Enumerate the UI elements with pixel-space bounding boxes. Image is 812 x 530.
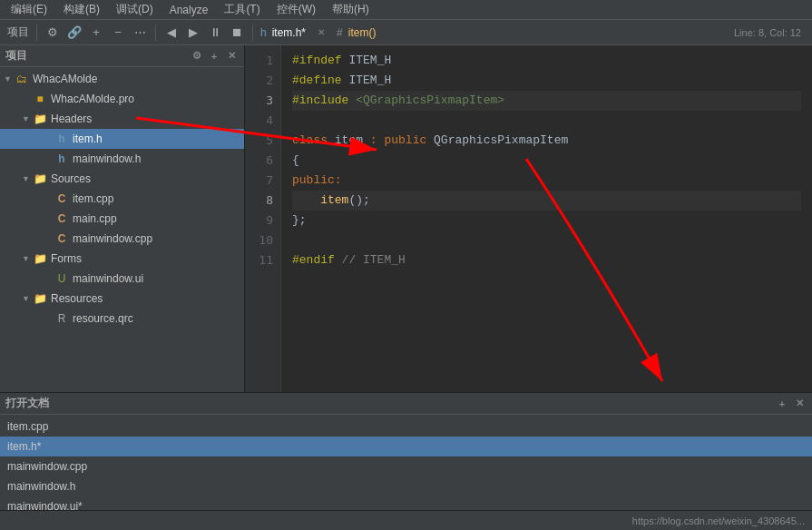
sources-arrow: ▼ [22,174,33,183]
project-name: WhacAMolde [33,73,97,85]
open-file-mainwindow-ui-name: mainwindow.ui* [7,500,83,510]
public-kw: public [384,131,434,151]
tree-item-cpp[interactable]: C item.cpp [0,189,244,209]
tree-item-h[interactable]: h item.h [0,129,244,149]
tree-resource-qrc[interactable]: R resource.qrc [0,309,244,329]
forms-arrow: ▼ [22,254,33,263]
stop-btn[interactable]: ⏹ [227,23,247,43]
line-num-3: 3 [245,91,273,111]
macro-include: #include [292,91,356,111]
tree-mainwindow-cpp[interactable]: C mainwindow.cpp [0,229,244,249]
sidebar-close-btn[interactable]: ✕ [224,49,239,64]
mainwindow-cpp-filename: mainwindow.cpp [73,232,152,245]
minus-btn[interactable]: − [108,23,128,43]
headers-arrow: ▼ [22,114,33,123]
macro-ifndef: #ifndef [292,51,348,71]
status-bar: https://blog.csdn.net/weixin_4308645... [0,510,812,530]
include-path: <QGraphicsPixmapItem> [356,91,504,111]
main-cpp-icon: C [54,211,69,226]
open-file-mainwindow-h-name: mainwindow.h [7,480,75,493]
sources-folder-icon: 📁 [33,172,47,186]
editor-tab-info: h item.h* ✕ # item() [260,23,376,43]
tree-pro-file[interactable]: ■ WhacAMolde.pro [0,89,244,109]
code-line-4 [292,111,801,131]
forward-btn[interactable]: ▶ [183,23,203,43]
add-btn[interactable]: + [86,23,106,43]
constructor-name: item [320,191,348,211]
item-h-filename: item.h [73,132,103,145]
open-file-item-h-name: item.h* [7,440,41,453]
code-line-10 [292,231,801,250]
open-file-mainwindow-ui[interactable]: mainwindow.ui* [0,496,812,510]
tree-resources-group[interactable]: ▼ 📁 Resources [0,289,244,309]
back-btn[interactable]: ◀ [161,23,181,43]
menu-edit[interactable]: 编辑(E) [4,0,54,19]
close-tab-btn[interactable]: ✕ [311,23,331,43]
endif-comment: // ITEM_H [342,250,406,270]
toolbar: 项目 ⚙ 🔗 + − ⋯ ◀ ▶ ⏸ ⏹ h item.h* ✕ # item(… [0,20,812,45]
macro-endif: #endif [292,250,342,270]
line-numbers: 1 2 3 4 5 6 7 8 9 10 11 [245,45,281,392]
bottom-panel-title: 打开文档 [5,396,49,411]
filter-btn[interactable]: ⚙ [43,23,63,43]
resources-label: Resources [51,292,103,305]
tree-forms-group[interactable]: ▼ 📁 Forms [0,249,244,269]
open-brace: { [292,151,299,171]
open-file-item-cpp-name: item.cpp [7,420,48,433]
open-file-item-h[interactable]: item.h* [0,437,812,456]
project-arrow: ▼ [4,74,15,83]
menubar: 编辑(E) 构建(B) 调试(D) Analyze 工具(T) 控件(W) 帮助… [0,0,812,20]
bottom-add-btn[interactable]: + [775,397,789,411]
menu-debug[interactable]: 调试(D) [109,0,161,19]
menu-help[interactable]: 帮助(H) [325,0,377,19]
code-area[interactable]: #ifndef ITEM_H #define ITEM_H #include <… [281,45,812,392]
code-line-5: class item : public QGraphicsPixmapItem [292,131,801,151]
tab-filename: item.h* [272,26,306,39]
sidebar-header-buttons: ⚙ + ✕ [190,49,239,64]
open-file-mainwindow-h[interactable]: mainwindow.h [0,476,812,496]
editor-panel: 1 2 3 4 5 6 7 8 9 10 11 #ifndef ITEM_H #… [245,45,812,392]
macro-define: #define [292,71,348,91]
code-line-9: }; [292,211,801,231]
public-access: public: [292,171,342,191]
code-line-7: public: [292,171,801,191]
line-num-6: 6 [245,151,273,171]
menu-tools[interactable]: 工具(T) [217,0,267,19]
menu-build[interactable]: 构建(B) [56,0,107,19]
menu-analyze[interactable]: Analyze [162,2,216,18]
line-num-4: 4 [245,111,273,131]
class-item-name: item [335,131,370,151]
sidebar-filter-btn[interactable]: ⚙ [190,49,204,64]
sources-label: Sources [51,172,91,185]
project-folder-icon: 🗂 [15,72,29,86]
tree-mainwindow-h[interactable]: h mainwindow.h [0,149,244,169]
tree-sources-group[interactable]: ▼ 📁 Sources [0,169,244,189]
open-file-item-cpp[interactable]: item.cpp [0,417,812,437]
pause-btn[interactable]: ⏸ [205,23,225,43]
menu-controls[interactable]: 控件(W) [269,0,323,19]
base-class-name: QGraphicsPixmapItem [434,131,568,151]
code-line-6: { [292,151,801,171]
open-file-mainwindow-cpp[interactable]: mainwindow.cpp [0,456,812,476]
options-btn[interactable]: ⋯ [130,23,150,43]
file-tree: ▼ 🗂 WhacAMolde ■ WhacAMolde.pro ▼ 📁 Head… [0,67,244,392]
link-btn[interactable]: 🔗 [64,23,84,43]
main-content: 项目 ⚙ + ✕ ▼ 🗂 WhacAMolde ■ WhacAMolde.pro [0,45,812,392]
sidebar: 项目 ⚙ + ✕ ▼ 🗂 WhacAMolde ■ WhacAMolde.pro [0,45,245,392]
bottom-panel-header: 打开文档 + ✕ [0,393,812,415]
code-line-11: #endif // ITEM_H [292,250,801,270]
constructor-parens: (); [348,191,369,211]
tree-project-root[interactable]: ▼ 🗂 WhacAMolde [0,69,244,89]
sidebar-add-btn[interactable]: + [207,49,221,64]
editor-content: 1 2 3 4 5 6 7 8 9 10 11 #ifndef ITEM_H #… [245,45,812,392]
tree-main-cpp[interactable]: C main.cpp [0,209,244,229]
colon-sep: : [370,131,385,151]
code-line-1: #ifndef ITEM_H [292,51,801,71]
mainwindow-ui-icon: U [54,271,69,286]
item-cpp-icon: C [54,191,69,206]
tree-headers-group[interactable]: ▼ 📁 Headers [0,109,244,129]
bottom-close-btn[interactable]: ✕ [792,397,807,411]
indent-space [292,191,320,211]
macro-value-2: ITEM_H [348,71,391,91]
tree-mainwindow-ui[interactable]: U mainwindow.ui [0,269,244,289]
